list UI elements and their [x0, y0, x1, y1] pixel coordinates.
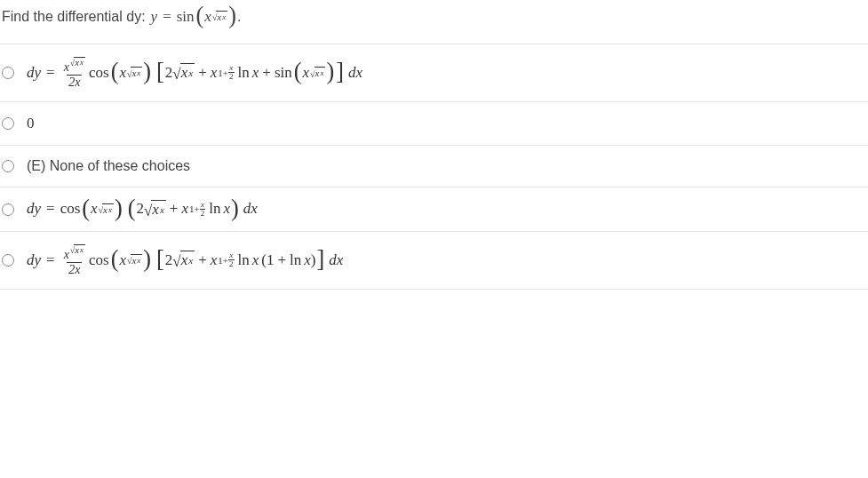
- choice-a[interactable]: dy= x √xx 2x cos ( x √xx ) [ 2 √xx + x 1…: [0, 44, 868, 101]
- choice-c-label: (E) None of these choices: [27, 158, 190, 174]
- radio-icon[interactable]: [2, 160, 14, 172]
- choice-a-math: dy= x √xx 2x cos ( x √xx ) [ 2 √xx + x 1…: [27, 57, 362, 89]
- radio-icon[interactable]: [2, 203, 14, 216]
- choices-list: dy= x √xx 2x cos ( x √xx ) [ 2 √xx + x 1…: [0, 44, 868, 290]
- question-line: Find the differential dy: y = sin ( x √ …: [0, 0, 868, 36]
- choice-c[interactable]: (E) None of these choices: [0, 145, 868, 187]
- choice-d-math: dy= cos ( x √xx ) ( 2 √xx + x 1+ x2 lnx …: [27, 200, 258, 219]
- choice-d[interactable]: dy= cos ( x √xx ) ( 2 √xx + x 1+ x2 lnx …: [0, 187, 868, 231]
- choice-e[interactable]: dy= x √xx 2x cos ( x √xx ) [ 2 √xx + x 1…: [0, 231, 868, 290]
- choice-b[interactable]: 0: [0, 101, 868, 145]
- radio-icon[interactable]: [2, 254, 14, 267]
- question-period: .: [237, 9, 241, 25]
- choice-e-math: dy= x √xx 2x cos ( x √xx ) [ 2 √xx + x 1…: [27, 244, 343, 276]
- question-math: y = sin ( x √ xx ): [151, 7, 237, 26]
- radio-icon[interactable]: [2, 67, 14, 79]
- prompt-text: Find the differential dy:: [2, 9, 146, 25]
- radio-icon[interactable]: [2, 117, 14, 130]
- choice-b-label: 0: [27, 115, 35, 132]
